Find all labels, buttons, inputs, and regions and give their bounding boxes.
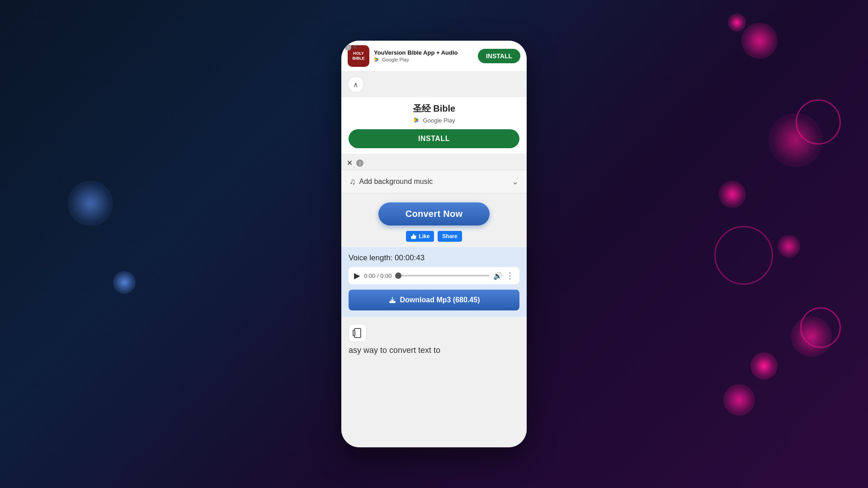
download-icon — [388, 296, 396, 304]
bokeh-circle-10 — [750, 352, 778, 380]
bible-app-title: 圣经 Bible — [349, 103, 519, 115]
google-play-icon-large — [413, 117, 420, 124]
ad-info-icon[interactable]: i — [345, 44, 351, 51]
bokeh-circle-6 — [723, 384, 755, 416]
ad-store-name: Google Play — [382, 57, 409, 62]
ad-x-button[interactable]: ✕ — [347, 159, 353, 167]
voice-section: Voice length: 00:00:43 ▶ 0:00 / 0:00 🔊 ⋮… — [341, 247, 527, 317]
audio-player: ▶ 0:00 / 0:00 🔊 ⋮ — [349, 267, 519, 284]
ring-circle-1 — [796, 99, 841, 145]
time-display: 0:00 / 0:00 — [364, 272, 392, 279]
collapse-button[interactable]: ∧ — [348, 76, 364, 93]
music-note-icon: ♫ — [349, 177, 356, 187]
more-options-icon[interactable]: ⋮ — [506, 271, 514, 281]
scroll-content: ∧ 圣经 Bible Google Play INSTALL ✕ i — [341, 72, 527, 447]
progress-handle[interactable] — [395, 272, 401, 279]
ad-install-button[interactable]: INSTALL — [478, 49, 520, 63]
ad-icon-text: HOLY BIBLE — [349, 51, 368, 61]
bokeh-circle-9 — [728, 14, 746, 32]
ad-app-name: YouVersion Bible App + Audio — [374, 49, 473, 57]
thumbs-up-icon — [410, 233, 417, 239]
collapse-header: ∧ — [341, 72, 527, 97]
google-play-icon — [374, 56, 380, 63]
bokeh-circle-3 — [719, 181, 746, 208]
bible-section: 圣经 Bible Google Play INSTALL — [341, 97, 527, 154]
like-label: Like — [419, 233, 429, 239]
bokeh-circle-7 — [68, 181, 113, 226]
volume-icon[interactable]: 🔊 — [493, 272, 502, 280]
ad-info-button[interactable]: i — [356, 160, 363, 167]
download-mp3-button[interactable]: Download Mp3 (680.45) — [349, 290, 519, 310]
bottom-section: asy way to convert text to — [341, 317, 527, 362]
bokeh-circle-1 — [741, 23, 778, 59]
ad-close-button[interactable]: ✕ — [351, 43, 359, 51]
download-label: Download Mp3 (680.45) — [400, 296, 480, 304]
device-icon — [349, 324, 367, 342]
music-row[interactable]: ♫ Add background music ⌄ — [341, 170, 527, 193]
collapse-arrow-icon: ∧ — [353, 80, 359, 89]
device-svg-icon — [352, 328, 363, 338]
play-button[interactable]: ▶ — [354, 271, 360, 281]
google-play-label: Google Play — [423, 117, 455, 124]
facebook-share-button[interactable]: Share — [438, 231, 462, 242]
ring-circle-2 — [714, 226, 773, 285]
bokeh-circle-4 — [778, 235, 800, 258]
convert-section: Convert Now Like Share — [341, 193, 527, 247]
audio-progress-bar[interactable] — [395, 275, 490, 277]
social-row: Like Share — [406, 231, 462, 242]
ad-banner: i ✕ HOLY BIBLE YouVersion Bible App + Au… — [341, 41, 527, 72]
facebook-like-button[interactable]: Like — [406, 231, 434, 242]
ring-circle-3 — [800, 307, 841, 348]
phone-modal: i ✕ HOLY BIBLE YouVersion Bible App + Au… — [341, 41, 527, 447]
ad-text-container: YouVersion Bible App + Audio Google Play — [374, 49, 473, 63]
ad-controls-row: ✕ i — [341, 156, 527, 170]
bottom-icon-row — [349, 324, 519, 346]
google-play-row: Google Play — [349, 117, 519, 124]
bottom-text-content: asy way to convert text to — [349, 346, 440, 355]
bokeh-circle-8 — [113, 271, 136, 294]
bible-install-button[interactable]: INSTALL — [349, 129, 519, 148]
svg-rect-1 — [354, 328, 361, 338]
bottom-description-text: asy way to convert text to — [349, 346, 440, 355]
music-left: ♫ Add background music — [349, 177, 433, 187]
svg-rect-2 — [353, 330, 355, 336]
convert-now-button[interactable]: Convert Now — [378, 202, 490, 225]
ad-store-label: Google Play — [374, 56, 473, 63]
voice-length-label: Voice length: 00:00:43 — [349, 253, 519, 263]
chevron-down-icon: ⌄ — [512, 177, 519, 187]
add-background-music-label: Add background music — [359, 178, 433, 186]
